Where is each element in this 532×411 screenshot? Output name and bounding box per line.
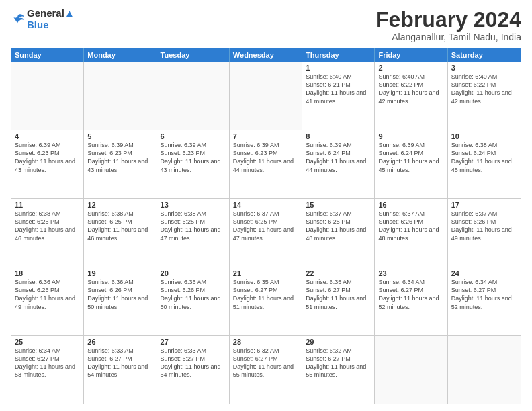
- day-number: 21: [233, 269, 298, 277]
- day-number: 27: [161, 338, 226, 346]
- day-number: 8: [306, 132, 371, 140]
- day-info: Sunrise: 6:38 AM Sunset: 6:25 PM Dayligh…: [87, 210, 152, 242]
- day-info: Sunrise: 6:33 AM Sunset: 6:27 PM Dayligh…: [161, 347, 226, 379]
- calendar-cell: 22Sunrise: 6:35 AM Sunset: 6:27 PM Dayli…: [302, 267, 375, 335]
- day-of-week-header: Sunday: [11, 48, 84, 62]
- title-block: February 2024 Alanganallur, Tamil Nadu, …: [375, 8, 521, 42]
- day-info: Sunrise: 6:39 AM Sunset: 6:23 PM Dayligh…: [15, 141, 80, 174]
- day-number: 19: [87, 269, 152, 277]
- calendar-cell: 7Sunrise: 6:39 AM Sunset: 6:23 PM Daylig…: [230, 130, 302, 198]
- calendar-cell: 12Sunrise: 6:38 AM Sunset: 6:25 PM Dayli…: [84, 199, 157, 267]
- calendar-cell: 9Sunrise: 6:39 AM Sunset: 6:24 PM Daylig…: [375, 130, 447, 198]
- day-info: Sunrise: 6:37 AM Sunset: 6:26 PM Dayligh…: [451, 210, 517, 242]
- day-number: 20: [161, 269, 226, 277]
- logo-icon: [11, 12, 26, 27]
- calendar-cell: [84, 62, 157, 130]
- day-number: 5: [87, 132, 152, 140]
- day-number: 15: [306, 201, 371, 209]
- day-info: Sunrise: 6:37 AM Sunset: 6:25 PM Dayligh…: [233, 210, 298, 242]
- day-number: 12: [87, 201, 152, 209]
- day-of-week-header: Monday: [84, 48, 157, 62]
- calendar-cell: 4Sunrise: 6:39 AM Sunset: 6:23 PM Daylig…: [11, 130, 84, 198]
- calendar-cell: 18Sunrise: 6:36 AM Sunset: 6:26 PM Dayli…: [11, 267, 84, 335]
- day-info: Sunrise: 6:39 AM Sunset: 6:24 PM Dayligh…: [306, 141, 371, 174]
- day-info: Sunrise: 6:40 AM Sunset: 6:21 PM Dayligh…: [306, 73, 371, 105]
- calendar-row: 1Sunrise: 6:40 AM Sunset: 6:21 PM Daylig…: [11, 62, 521, 130]
- calendar-title: February 2024: [375, 8, 521, 32]
- day-info: Sunrise: 6:35 AM Sunset: 6:27 PM Dayligh…: [306, 278, 371, 311]
- calendar-cell: 27Sunrise: 6:33 AM Sunset: 6:27 PM Dayli…: [157, 336, 230, 404]
- day-info: Sunrise: 6:38 AM Sunset: 6:25 PM Dayligh…: [161, 210, 226, 242]
- day-of-week-header: Friday: [375, 48, 447, 62]
- calendar-cell: 26Sunrise: 6:33 AM Sunset: 6:27 PM Dayli…: [84, 336, 157, 404]
- day-info: Sunrise: 6:39 AM Sunset: 6:23 PM Dayligh…: [161, 141, 226, 174]
- day-info: Sunrise: 6:35 AM Sunset: 6:27 PM Dayligh…: [233, 278, 298, 311]
- day-number: 6: [161, 132, 226, 140]
- day-number: 4: [15, 132, 80, 140]
- calendar-cell: 19Sunrise: 6:36 AM Sunset: 6:26 PM Dayli…: [84, 267, 157, 335]
- day-of-week-header: Thursday: [302, 48, 375, 62]
- calendar-row: 11Sunrise: 6:38 AM Sunset: 6:25 PM Dayli…: [11, 198, 521, 267]
- calendar-cell: 21Sunrise: 6:35 AM Sunset: 6:27 PM Dayli…: [230, 267, 302, 335]
- day-info: Sunrise: 6:40 AM Sunset: 6:22 PM Dayligh…: [451, 73, 517, 105]
- day-number: 26: [87, 338, 152, 346]
- day-number: 7: [233, 132, 298, 140]
- day-info: Sunrise: 6:34 AM Sunset: 6:27 PM Dayligh…: [15, 347, 80, 379]
- logo-text: General▲ Blue: [27, 8, 75, 30]
- day-number: 28: [233, 338, 298, 346]
- calendar-cell: 15Sunrise: 6:37 AM Sunset: 6:25 PM Dayli…: [302, 199, 375, 267]
- day-number: 14: [233, 201, 298, 209]
- calendar-header: SundayMondayTuesdayWednesdayThursdayFrid…: [11, 48, 521, 62]
- calendar-body: 1Sunrise: 6:40 AM Sunset: 6:21 PM Daylig…: [11, 62, 521, 404]
- day-number: 2: [378, 64, 443, 72]
- day-number: 17: [451, 201, 517, 209]
- calendar-cell: 3Sunrise: 6:40 AM Sunset: 6:22 PM Daylig…: [448, 62, 521, 130]
- day-info: Sunrise: 6:38 AM Sunset: 6:24 PM Dayligh…: [451, 141, 517, 174]
- calendar-row: 25Sunrise: 6:34 AM Sunset: 6:27 PM Dayli…: [11, 335, 521, 404]
- day-number: 1: [306, 64, 371, 72]
- day-info: Sunrise: 6:40 AM Sunset: 6:22 PM Dayligh…: [378, 73, 443, 105]
- calendar-cell: 5Sunrise: 6:39 AM Sunset: 6:23 PM Daylig…: [84, 130, 157, 198]
- calendar-cell: 10Sunrise: 6:38 AM Sunset: 6:24 PM Dayli…: [448, 130, 521, 198]
- day-info: Sunrise: 6:36 AM Sunset: 6:26 PM Dayligh…: [161, 278, 226, 311]
- calendar-cell: [157, 62, 230, 130]
- calendar-cell: 25Sunrise: 6:34 AM Sunset: 6:27 PM Dayli…: [11, 336, 84, 404]
- calendar-cell: 14Sunrise: 6:37 AM Sunset: 6:25 PM Dayli…: [230, 199, 302, 267]
- day-info: Sunrise: 6:32 AM Sunset: 6:27 PM Dayligh…: [306, 347, 371, 379]
- calendar-cell: 13Sunrise: 6:38 AM Sunset: 6:25 PM Dayli…: [157, 199, 230, 267]
- calendar: SundayMondayTuesdayWednesdayThursdayFrid…: [11, 48, 521, 404]
- day-of-week-header: Tuesday: [157, 48, 230, 62]
- day-number: 10: [451, 132, 517, 140]
- calendar-row: 4Sunrise: 6:39 AM Sunset: 6:23 PM Daylig…: [11, 130, 521, 198]
- calendar-cell: 1Sunrise: 6:40 AM Sunset: 6:21 PM Daylig…: [302, 62, 375, 130]
- day-of-week-header: Wednesday: [230, 48, 302, 62]
- day-number: 18: [15, 269, 80, 277]
- day-info: Sunrise: 6:37 AM Sunset: 6:25 PM Dayligh…: [306, 210, 371, 242]
- day-number: 25: [15, 338, 80, 346]
- day-number: 9: [378, 132, 443, 140]
- calendar-cell: 28Sunrise: 6:32 AM Sunset: 6:27 PM Dayli…: [230, 336, 302, 404]
- day-number: 23: [378, 269, 443, 277]
- calendar-cell: 20Sunrise: 6:36 AM Sunset: 6:26 PM Dayli…: [157, 267, 230, 335]
- calendar-subtitle: Alanganallur, Tamil Nadu, India: [375, 32, 521, 42]
- logo: General▲ Blue: [11, 8, 75, 30]
- page: General▲ Blue February 2024 Alanganallur…: [0, 0, 532, 411]
- calendar-cell: [448, 336, 521, 404]
- header: General▲ Blue February 2024 Alanganallur…: [11, 8, 521, 42]
- day-number: 13: [161, 201, 226, 209]
- day-number: 3: [451, 64, 517, 72]
- day-number: 29: [306, 338, 371, 346]
- calendar-cell: [11, 62, 84, 130]
- calendar-cell: 24Sunrise: 6:34 AM Sunset: 6:27 PM Dayli…: [448, 267, 521, 335]
- calendar-cell: 11Sunrise: 6:38 AM Sunset: 6:25 PM Dayli…: [11, 199, 84, 267]
- day-number: 22: [306, 269, 371, 277]
- day-of-week-header: Saturday: [448, 48, 521, 62]
- day-info: Sunrise: 6:33 AM Sunset: 6:27 PM Dayligh…: [87, 347, 152, 379]
- day-info: Sunrise: 6:39 AM Sunset: 6:23 PM Dayligh…: [87, 141, 152, 174]
- calendar-cell: 2Sunrise: 6:40 AM Sunset: 6:22 PM Daylig…: [375, 62, 447, 130]
- calendar-cell: 16Sunrise: 6:37 AM Sunset: 6:26 PM Dayli…: [375, 199, 447, 267]
- day-info: Sunrise: 6:39 AM Sunset: 6:23 PM Dayligh…: [233, 141, 298, 174]
- day-number: 16: [378, 201, 443, 209]
- day-info: Sunrise: 6:37 AM Sunset: 6:26 PM Dayligh…: [378, 210, 443, 242]
- day-info: Sunrise: 6:34 AM Sunset: 6:27 PM Dayligh…: [451, 278, 517, 311]
